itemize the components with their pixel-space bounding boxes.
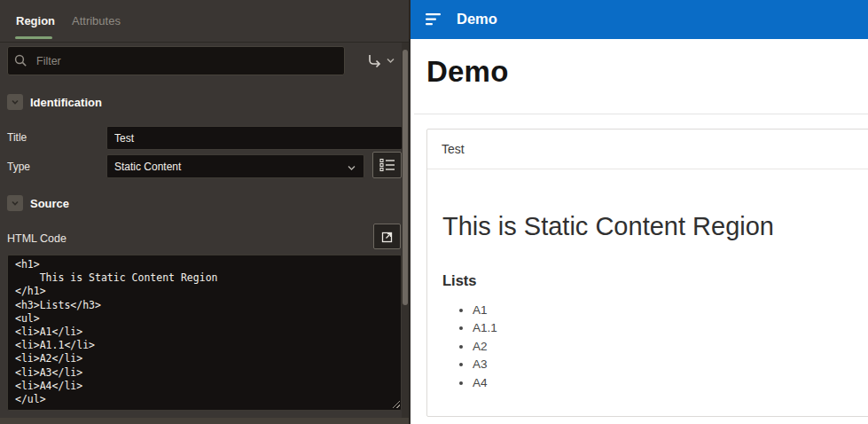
go-to-chevron-down-icon [386, 56, 395, 66]
go-to-component-button[interactable] [356, 46, 403, 75]
list-icon [379, 157, 396, 173]
title-field-input[interactable] [106, 126, 403, 150]
tab-attributes[interactable]: Attributes [72, 0, 121, 42]
type-select-value: Static Content [114, 161, 181, 173]
property-editor-tabbar: Region Attributes [0, 0, 409, 43]
panel-bottom-scrollbar[interactable] [0, 418, 409, 424]
list-item: A4 [473, 374, 868, 392]
list-item: A1.1 [473, 319, 868, 337]
html-code-textarea[interactable]: <h1> This is Static Content Region </h1>… [7, 255, 402, 411]
panel-scrollbar-thumb[interactable] [403, 50, 408, 305]
open-in-dialog-icon [380, 230, 395, 244]
region-heading: This is Static Content Region [442, 212, 868, 240]
chevron-down-icon [10, 97, 20, 107]
list-item: A3 [473, 356, 868, 373]
source-section-header: Source [0, 195, 402, 218]
list-item: A2 [473, 338, 868, 356]
lists-heading: Lists [442, 272, 868, 289]
go-to-arrow-icon [364, 51, 384, 71]
app-preview-pane: Demo Demo Test This is Static Content Re… [411, 0, 868, 424]
open-code-editor-button[interactable] [373, 224, 401, 249]
type-field-label: Type [7, 161, 30, 173]
select-chevron-down-icon [347, 163, 356, 173]
bullet-list: A1 A1.1 A2 A3 A4 [442, 302, 868, 392]
active-tab-underline [15, 36, 52, 39]
appbar-title: Demo [457, 11, 497, 27]
page-title-divider [414, 114, 868, 114]
identification-section-header: Identification [0, 94, 402, 117]
type-lov-button[interactable] [372, 152, 402, 178]
nav-menu-button[interactable] [423, 10, 444, 29]
page-title: Demo [426, 55, 509, 89]
type-select[interactable]: Static Content [106, 154, 364, 178]
identification-collapse-button[interactable] [7, 94, 23, 110]
menu-icon [425, 12, 442, 27]
app-header-bar: Demo [411, 0, 868, 39]
tab-region[interactable]: Region [16, 0, 55, 42]
chevron-down-icon [10, 198, 20, 208]
static-content-region: Test This is Static Content Region Lists… [426, 129, 868, 417]
source-collapse-button[interactable] [7, 195, 23, 211]
source-section-title: Source [30, 197, 69, 210]
identification-section-title: Identification [30, 96, 102, 109]
page-designer-screen: Region Attributes [0, 0, 868, 424]
region-title: Test [442, 142, 465, 156]
region-header: Test [427, 130, 868, 169]
html-code-label: HTML Code [7, 232, 66, 245]
list-item: A1 [473, 302, 868, 319]
region-body: This is Static Content Region Lists A1 A… [427, 169, 868, 392]
title-field-label: Title [7, 131, 27, 144]
filter-input[interactable] [7, 46, 345, 75]
property-editor-panel: Region Attributes [0, 0, 411, 424]
